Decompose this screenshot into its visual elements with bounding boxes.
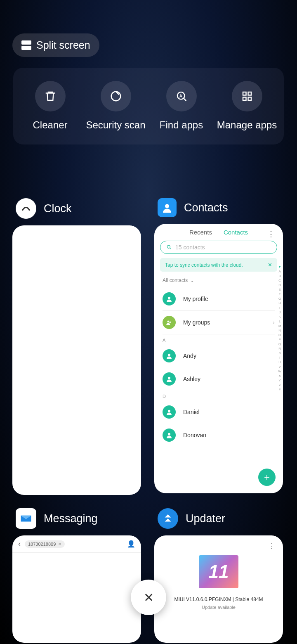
card-header-messaging: Messaging <box>12 508 141 529</box>
person-icon[interactable]: 👤 <box>127 540 135 548</box>
search-icon <box>166 244 172 250</box>
svg-rect-6 <box>248 97 251 101</box>
contact-row[interactable]: Donovan <box>154 424 283 447</box>
tab-contacts[interactable]: Contacts <box>224 229 248 236</box>
miui-logo: 11 <box>199 555 238 588</box>
card-header-clock: Clock <box>12 198 141 219</box>
card-header-updater: Updater <box>154 508 283 529</box>
avatar-icon <box>163 349 176 362</box>
groups-icon <box>163 316 176 329</box>
split-screen-label: Split screen <box>36 39 90 51</box>
more-icon[interactable]: ⋮ <box>267 230 275 239</box>
svg-rect-5 <box>243 97 246 101</box>
avatar-icon <box>163 405 176 419</box>
contact-name: My profile <box>183 296 208 302</box>
app-card-updater[interactable]: Updater ⋮ 11 MIUI V11.0.6.0.PFGINXM | St… <box>154 508 283 643</box>
trash-icon <box>35 81 66 111</box>
search-a-icon: A <box>166 81 197 111</box>
tab-recents[interactable]: Recents <box>189 229 212 236</box>
search-input[interactable]: 15 contacts <box>160 241 277 254</box>
close-icon: ✕ <box>144 590 154 605</box>
plus-icon: + <box>264 471 270 483</box>
sync-text: Tap to sync contacts with the cloud. <box>165 262 243 268</box>
alpha-index[interactable]: ♥ABCDEFGHIJKLMNOPQRSTUVWXYZ# <box>278 265 281 391</box>
clock-icon <box>16 198 36 219</box>
contact-row[interactable]: Andy <box>154 344 283 367</box>
tool-security-label: Security scan <box>86 119 145 131</box>
tool-find-label: Find apps <box>160 119 203 131</box>
tool-security[interactable]: Security scan <box>83 81 148 131</box>
contacts-tabs: Recents Contacts ⋮ <box>154 224 283 236</box>
avatar-icon <box>163 372 176 386</box>
updater-label: Updater <box>186 512 225 525</box>
messaging-preview[interactable]: ‹ 18730218809 ✕ 👤 <box>12 535 141 643</box>
contact-row[interactable]: Daniel <box>154 400 283 424</box>
more-icon[interactable]: ⋮ <box>268 541 276 550</box>
svg-rect-4 <box>248 92 251 95</box>
contacts-label: Contacts <box>184 201 228 214</box>
grid-icon <box>232 81 262 111</box>
contact-name: Andy <box>183 353 196 359</box>
tool-cleaner-label: Cleaner <box>33 119 67 131</box>
messaging-label: Messaging <box>44 512 98 525</box>
app-card-contacts[interactable]: Contacts Recents Contacts ⋮ 15 contacts … <box>154 198 283 495</box>
svg-point-9 <box>168 297 170 299</box>
tools-panel: Cleaner Security scan A Find apps Manage… <box>13 68 284 144</box>
contact-my-groups[interactable]: My groups › <box>154 311 283 334</box>
updater-icon <box>158 508 178 529</box>
clock-preview[interactable] <box>12 225 141 495</box>
tool-manage[interactable]: Manage apps <box>214 81 280 131</box>
app-card-clock[interactable]: Clock <box>12 198 141 495</box>
section-header-d: D <box>154 391 283 400</box>
svg-point-15 <box>168 433 170 436</box>
recipient-number: 18730218809 <box>28 542 56 547</box>
svg-point-0 <box>111 92 120 101</box>
add-contact-fab[interactable]: + <box>258 469 276 486</box>
svg-text:A: A <box>179 94 182 98</box>
updater-preview[interactable]: ⋮ 11 MIUI V11.0.6.0.PFGINXM | Stable 484… <box>154 535 283 643</box>
contact-name: My groups <box>183 319 210 326</box>
message-header: ‹ 18730218809 ✕ 👤 <box>12 535 141 553</box>
split-icon <box>21 40 31 50</box>
tool-manage-label: Manage apps <box>217 119 277 131</box>
sync-banner[interactable]: Tap to sync contacts with the cloud. ✕ <box>160 258 277 272</box>
all-contacts-dropdown[interactable]: All contacts ⌄ <box>154 276 283 287</box>
contacts-preview[interactable]: Recents Contacts ⋮ 15 contacts Tap to sy… <box>154 224 283 493</box>
svg-point-10 <box>167 321 170 323</box>
recipient-chip[interactable]: 18730218809 ✕ <box>25 540 65 548</box>
svg-point-12 <box>168 354 170 356</box>
remove-chip-icon[interactable]: ✕ <box>58 542 61 546</box>
app-card-messaging[interactable]: Messaging ‹ 18730218809 ✕ 👤 <box>12 508 141 643</box>
svg-rect-3 <box>243 92 246 95</box>
contact-row[interactable]: Ashley <box>154 367 283 391</box>
scan-icon <box>101 81 131 111</box>
contact-my-profile[interactable]: My profile <box>154 287 283 310</box>
contact-name: Daniel <box>183 409 200 415</box>
contact-name: Donovan <box>183 432 206 438</box>
back-icon[interactable]: ‹ <box>18 540 21 548</box>
svg-point-13 <box>168 377 170 379</box>
contacts-icon <box>158 198 177 217</box>
close-all-button[interactable]: ✕ <box>131 580 166 615</box>
close-icon[interactable]: ✕ <box>268 262 272 268</box>
svg-point-14 <box>168 410 170 412</box>
tool-find[interactable]: A Find apps <box>148 81 214 131</box>
messaging-icon <box>16 508 36 529</box>
svg-point-7 <box>165 204 169 208</box>
updater-status: Update available <box>202 605 236 610</box>
chevron-down-icon: ⌄ <box>190 277 194 283</box>
avatar-icon <box>163 429 176 442</box>
clock-label: Clock <box>44 202 72 215</box>
svg-point-11 <box>169 321 171 323</box>
contact-name: Ashley <box>183 376 200 382</box>
avatar-icon <box>163 292 176 305</box>
updater-version: MIUI V11.0.6.0.PFGINXM | Stable 484M <box>174 597 263 602</box>
svg-point-8 <box>167 245 170 248</box>
chevron-right-icon: › <box>273 319 275 326</box>
section-header-a: A <box>154 334 283 344</box>
search-placeholder: 15 contacts <box>175 244 205 251</box>
tool-cleaner[interactable]: Cleaner <box>17 81 83 131</box>
card-header-contacts: Contacts <box>154 198 283 217</box>
split-screen-button[interactable]: Split screen <box>12 33 99 57</box>
